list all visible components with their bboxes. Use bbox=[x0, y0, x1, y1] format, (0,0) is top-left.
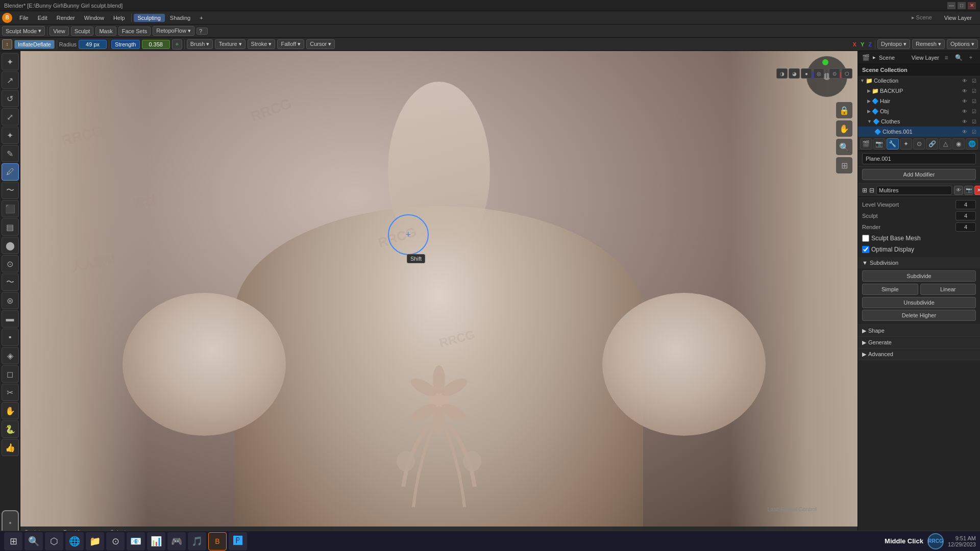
options-btn[interactable]: Options ▾ bbox=[947, 39, 978, 49]
level-viewport-input[interactable] bbox=[955, 200, 976, 209]
app4-btn[interactable]: 🎵 bbox=[188, 532, 206, 550]
outline-hair[interactable]: ▶ 🔷 Hair 👁 ☑ bbox=[858, 96, 980, 106]
check-btn6[interactable]: ☑ bbox=[970, 128, 978, 136]
strength-btn[interactable]: Strength bbox=[111, 40, 140, 49]
hand-icon[interactable]: ✋ bbox=[836, 120, 852, 137]
close-button[interactable]: ✕ bbox=[968, 2, 976, 9]
mask-btn[interactable]: Mask bbox=[95, 27, 116, 36]
search-btn[interactable]: 🔍 bbox=[24, 532, 43, 550]
tool-blob[interactable]: ⊙ bbox=[2, 255, 19, 272]
app1-btn[interactable]: 📧 bbox=[127, 532, 145, 550]
falloff-dropdown[interactable]: Falloff ▾ bbox=[277, 39, 304, 49]
delete-higher-btn[interactable]: Delete Higher bbox=[862, 310, 976, 321]
prop-render[interactable]: 📷 bbox=[873, 138, 886, 149]
tool-thumb[interactable]: 👍 bbox=[2, 439, 19, 456]
subdivision-header[interactable]: ▼ Subdivision bbox=[858, 257, 980, 268]
start-button[interactable]: ⊞ bbox=[4, 532, 22, 550]
tool-fill[interactable]: ▪ bbox=[2, 329, 19, 346]
tool-pinch[interactable]: ✂ bbox=[2, 384, 19, 401]
subdivide-btn[interactable]: Subdivide bbox=[862, 270, 976, 282]
window-controls[interactable]: — □ ✕ bbox=[947, 2, 976, 9]
app2-btn[interactable]: 📊 bbox=[147, 532, 165, 550]
eye-btn6[interactable]: 👁 bbox=[961, 128, 969, 136]
mod-delete-btn[interactable]: ✕ bbox=[974, 186, 980, 195]
vis-btn2[interactable]: ☑ bbox=[970, 87, 978, 95]
tool-cursor[interactable]: ✦ bbox=[2, 53, 19, 70]
menu-render[interactable]: Render bbox=[53, 14, 79, 22]
eye-btn3[interactable]: 👁 bbox=[961, 97, 969, 105]
tool-scale[interactable]: ⤢ bbox=[2, 108, 19, 126]
add-modifier-btn[interactable]: Add Modifier bbox=[862, 169, 976, 180]
lock-icon[interactable]: 🔒 bbox=[836, 102, 852, 118]
sculpt-mode-dropdown[interactable]: Sculpt Mode ▾ bbox=[2, 26, 45, 36]
search-icon[interactable]: 🔍 bbox=[953, 53, 964, 63]
check-btn3[interactable]: ☑ bbox=[970, 97, 978, 105]
prop-modifier[interactable]: 🔧 bbox=[887, 138, 899, 149]
linear-btn[interactable]: Linear bbox=[920, 284, 976, 295]
prop-scene[interactable]: 🎬 bbox=[860, 138, 872, 149]
texture-dropdown[interactable]: Texture ▾ bbox=[215, 39, 245, 49]
modifier-name-field[interactable] bbox=[876, 186, 952, 195]
shading-rendered[interactable]: ● bbox=[801, 68, 812, 79]
blender-taskbar-btn[interactable]: B bbox=[208, 532, 227, 550]
prop-physics[interactable]: ⊙ bbox=[913, 138, 925, 149]
ps-btn[interactable]: 🅿 bbox=[229, 532, 247, 550]
menu-file[interactable]: File bbox=[15, 14, 33, 22]
tool-grab[interactable]: ✋ bbox=[2, 402, 19, 419]
add-icon[interactable]: + bbox=[966, 53, 976, 63]
help-btn[interactable]: ? bbox=[197, 28, 208, 35]
prop-world[interactable]: 🌐 bbox=[966, 138, 978, 149]
tool-scrape[interactable]: ◈ bbox=[2, 347, 19, 364]
face-sets-btn[interactable]: Face Sets bbox=[118, 27, 151, 36]
app3-btn[interactable]: 🎮 bbox=[167, 532, 186, 550]
scene-dropdown[interactable]: Scene bbox=[879, 55, 895, 61]
tool-transform[interactable]: ✦ bbox=[2, 127, 19, 144]
menu-edit[interactable]: Edit bbox=[34, 14, 52, 22]
menu-help[interactable]: Help bbox=[109, 14, 129, 22]
grid-icon[interactable]: ⊞ bbox=[836, 157, 852, 173]
prop-object-data[interactable]: △ bbox=[939, 138, 951, 149]
menu-shading[interactable]: Shading bbox=[166, 14, 194, 22]
eye-btn4[interactable]: 👁 bbox=[961, 107, 969, 115]
filter-icon[interactable]: ≡ bbox=[941, 53, 951, 63]
tool-flatten[interactable]: ▬ bbox=[2, 310, 19, 328]
check-btn5[interactable]: ☑ bbox=[970, 117, 978, 126]
prop-material[interactable]: ◉ bbox=[952, 138, 965, 149]
tool-smooth[interactable]: ⊛ bbox=[2, 292, 19, 309]
sculpt-base-mesh-checkbox[interactable] bbox=[862, 235, 869, 242]
object-name-field[interactable]: Plane.001 bbox=[862, 153, 976, 164]
shading-eevee[interactable]: ◎ bbox=[813, 68, 824, 79]
3d-viewport[interactable]: RRCG 素材 RRCG 人人素材 RRCG RRCG Shift 🔒 ✋ bbox=[20, 51, 857, 538]
unsubdivide-btn[interactable]: Unsubdivide bbox=[862, 297, 976, 308]
outline-collection[interactable]: ▼ 📁 Collection 👁 ☑ bbox=[858, 76, 980, 86]
menu-window[interactable]: Window bbox=[80, 14, 108, 22]
mod-show-btn[interactable]: 👁 bbox=[954, 186, 963, 195]
gizmo-y-axis[interactable] bbox=[822, 59, 828, 65]
outline-clothes-001[interactable]: 🔷 Clothes.001 👁 ☑ bbox=[858, 127, 980, 137]
shading-material[interactable]: ◕ bbox=[789, 68, 800, 79]
stroke-dropdown[interactable]: Stroke ▾ bbox=[248, 39, 276, 49]
eye-btn2[interactable]: 👁 bbox=[961, 87, 969, 95]
gizmos-toggle[interactable]: ⬡ bbox=[841, 68, 852, 79]
retopo-flow-btn[interactable]: RetopoFlow ▾ bbox=[153, 26, 194, 36]
sculpt-btn[interactable]: Sculpt bbox=[71, 27, 94, 36]
outline-backup[interactable]: ▶ 📁 BACKUP 👁 ☑ bbox=[858, 86, 980, 96]
level-sculpt-input[interactable] bbox=[955, 211, 976, 220]
prop-constraints[interactable]: 🔗 bbox=[926, 138, 938, 149]
advanced-header[interactable]: ▶ Advanced bbox=[858, 348, 980, 360]
inflate-deflate-btn[interactable]: InflateDeflate bbox=[14, 40, 55, 49]
level-render-input[interactable] bbox=[955, 222, 976, 232]
tool-draw2[interactable]: 〜 bbox=[2, 182, 19, 199]
tool-move[interactable]: ↗ bbox=[2, 71, 19, 89]
outline-clothes[interactable]: ▼ 🔷 Clothes 👁 ☑ bbox=[858, 116, 980, 127]
tool-inflate[interactable]: ⬤ bbox=[2, 237, 19, 254]
tool-draw[interactable]: 🖊 bbox=[2, 163, 19, 181]
task-view-btn[interactable]: ⬡ bbox=[45, 532, 63, 550]
view-btn[interactable]: View bbox=[50, 27, 69, 36]
chrome-btn[interactable]: ⊙ bbox=[106, 532, 125, 550]
strength-input[interactable] bbox=[142, 40, 170, 49]
menu-add-workspace[interactable]: + bbox=[195, 14, 207, 22]
maximize-button[interactable]: □ bbox=[958, 2, 966, 9]
eye-btn[interactable]: 👁 bbox=[961, 77, 969, 85]
zoom-icon[interactable]: 🔍 bbox=[836, 139, 852, 155]
